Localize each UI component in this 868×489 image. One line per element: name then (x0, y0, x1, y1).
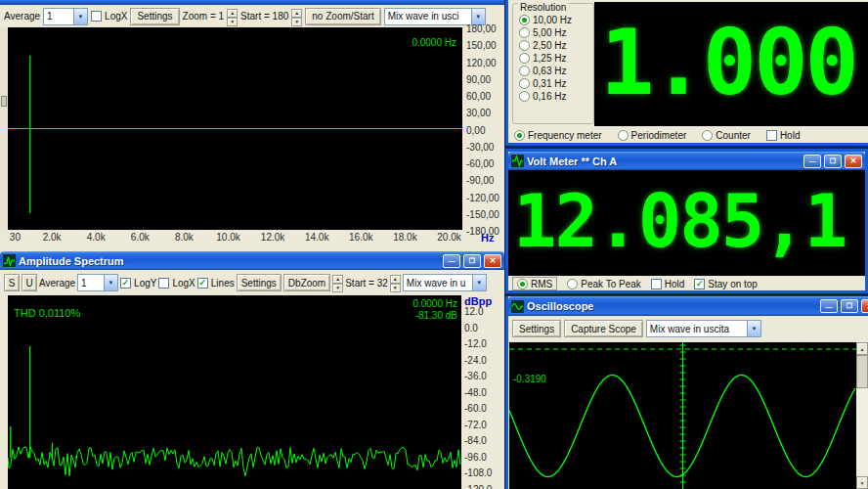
logy-label: LogY (134, 278, 156, 289)
output-device-select[interactable]: Mix wave in uscita ▼ (646, 320, 761, 337)
slider-handle[interactable] (1, 96, 7, 107)
oscilloscope-display: -0.3190 (509, 342, 856, 489)
amplitude-spectrum-window: Amplitude Spectrum — ❐ ✕ S U Average 1 ▼… (0, 251, 504, 489)
checkbox-icon[interactable]: ✓ (197, 278, 208, 289)
hold-checkbox[interactable]: Hold (651, 279, 685, 289)
radio-0-16-hz[interactable]: 0,16 Hz (519, 91, 572, 102)
settings-button[interactable]: Settings (237, 274, 282, 291)
radio-peak-to-peak[interactable]: Peak To Peak (567, 279, 641, 289)
radio-icon[interactable] (519, 78, 530, 89)
radio-periodimeter[interactable]: Periodimeter (618, 130, 687, 141)
logx-checkbox[interactable]: LogX (158, 278, 195, 289)
phase-x-tick: 6.0k (131, 232, 150, 243)
zoom-stepper[interactable]: ▲ ▼ (227, 9, 238, 24)
scroll-up-icon[interactable]: ▲ (856, 342, 868, 355)
checkbox-icon[interactable]: ✓ (120, 278, 131, 289)
radio-0-31-hz[interactable]: 0,31 Hz (519, 78, 572, 89)
up-arrow-icon[interactable]: ▲ (390, 275, 401, 284)
phase-y-tick: -120,00 (466, 193, 499, 203)
radio-icon[interactable] (519, 15, 530, 25)
checkbox-icon[interactable]: ✓ (694, 279, 705, 289)
stay-on-top-checkbox[interactable]: ✓ Stay on top (694, 279, 758, 289)
radio-rms[interactable]: RMS (512, 277, 557, 290)
spectrum-titlebar[interactable]: Amplitude Spectrum — ❐ ✕ (0, 251, 504, 270)
lines-checkbox[interactable]: ✓ Lines (197, 278, 235, 289)
down-arrow-icon[interactable]: ▼ (332, 284, 343, 292)
settings-button[interactable]: Settings (130, 8, 179, 25)
maximize-button[interactable]: ❐ (463, 254, 481, 268)
radio-icon[interactable] (702, 130, 713, 141)
chevron-down-icon[interactable]: ▼ (747, 321, 760, 336)
radio-icon[interactable] (519, 53, 530, 64)
scope-vertical-scrollbar[interactable]: ▲ ▼ (856, 342, 868, 489)
checkbox-icon[interactable] (651, 279, 662, 289)
phase-y-tick: -90,00 (466, 175, 494, 186)
checkbox-icon[interactable] (91, 11, 102, 22)
maximize-button[interactable]: ❐ (824, 155, 842, 168)
radio-icon[interactable] (519, 66, 530, 76)
logx-checkbox[interactable]: LogX (91, 11, 127, 22)
checkbox-icon[interactable] (158, 278, 169, 289)
average-select[interactable]: 1 ▼ (77, 274, 118, 291)
maximize-button[interactable]: ❐ (841, 299, 858, 313)
logy-checkbox[interactable]: ✓ LogY (120, 278, 156, 289)
oscilloscope-window: Oscilloscope — ❐ ✕ Settings Capture Scop… (505, 296, 868, 489)
radio-counter[interactable]: Counter (702, 130, 751, 141)
phase-y-tick: 30,00 (466, 108, 491, 118)
y-scale-slider[interactable] (0, 27, 8, 230)
radio-label: RMS (531, 279, 552, 289)
radio-2-50-hz[interactable]: 2,50 Hz (519, 40, 572, 51)
u-button[interactable]: U (22, 274, 37, 291)
settings-button[interactable]: Settings (512, 320, 561, 337)
hold-checkbox[interactable]: Hold (766, 130, 801, 141)
capture-scope-button[interactable]: Capture Scope (564, 320, 643, 337)
scrollbar-thumb[interactable] (856, 355, 868, 388)
radio-icon[interactable] (519, 40, 530, 51)
down-arrow-icon[interactable]: ▼ (291, 18, 302, 26)
up-arrow-icon[interactable]: ▲ (291, 9, 302, 18)
close-button[interactable]: ✕ (861, 299, 868, 313)
s-button[interactable]: S (4, 274, 20, 291)
average-select[interactable]: 1 ▼ (43, 8, 88, 25)
close-button[interactable]: ✕ (484, 254, 501, 268)
frequency-value: 1.000 (594, 2, 868, 124)
chevron-down-icon[interactable]: ▼ (472, 275, 486, 290)
dbzoom-button[interactable]: DbZoom (283, 274, 330, 291)
radio-1-25-hz[interactable]: 1,25 Hz (519, 53, 572, 64)
down-arrow-icon[interactable]: ▼ (227, 18, 238, 26)
radio-icon[interactable] (519, 27, 530, 38)
radio-label: 2,50 Hz (533, 40, 566, 51)
down-arrow-icon[interactable]: ▼ (390, 284, 401, 292)
chevron-down-icon[interactable]: ▼ (471, 9, 485, 24)
spectrum-plot: THD 0,0110% 0.0000 Hz -81.30 dB (8, 295, 461, 489)
volt-meter-titlebar[interactable]: Volt Meter ** Ch A — ❐ ✕ (508, 152, 865, 170)
start-stepper[interactable]: ▲ ▼ (291, 9, 302, 24)
radio-icon[interactable] (519, 91, 530, 102)
radio-label: 0,31 Hz (533, 78, 566, 89)
no-zoom-start-button[interactable]: no Zoom/Start (305, 8, 380, 25)
oscilloscope-titlebar[interactable]: Oscilloscope — ❐ ✕ (508, 296, 868, 316)
minimize-button[interactable]: — (443, 254, 460, 268)
radio-0-63-hz[interactable]: 0,63 Hz (519, 66, 572, 76)
radio-5-00-hz[interactable]: 5,00 Hz (519, 27, 572, 38)
up-arrow-icon[interactable]: ▲ (332, 275, 343, 284)
radio-10-00-hz[interactable]: 10,00 Hz (519, 15, 572, 25)
radio-icon[interactable] (514, 130, 525, 141)
minimize-button[interactable]: — (820, 299, 838, 313)
up-arrow-icon[interactable]: ▲ (227, 9, 238, 18)
output-device-select[interactable]: Mix wave in u ▼ (403, 274, 487, 291)
radio-icon[interactable] (517, 279, 528, 289)
radio-icon[interactable] (567, 279, 578, 289)
scroll-down-icon[interactable]: ▼ (856, 476, 868, 489)
dbzoom-stepper[interactable]: ▲ ▼ (332, 275, 343, 290)
radio-frequency-meter[interactable]: Frequency meter (514, 130, 602, 141)
close-button[interactable]: ✕ (845, 155, 862, 168)
output-device-select[interactable]: Mix wave in usci ▼ (384, 8, 486, 25)
checkbox-icon[interactable] (766, 130, 777, 141)
radio-icon[interactable] (618, 130, 629, 141)
chevron-down-icon[interactable]: ▼ (104, 275, 117, 290)
chevron-down-icon[interactable]: ▼ (73, 9, 87, 24)
oscilloscope-app-icon (511, 300, 524, 313)
minimize-button[interactable]: — (803, 155, 821, 168)
start-stepper[interactable]: ▲ ▼ (390, 275, 401, 290)
